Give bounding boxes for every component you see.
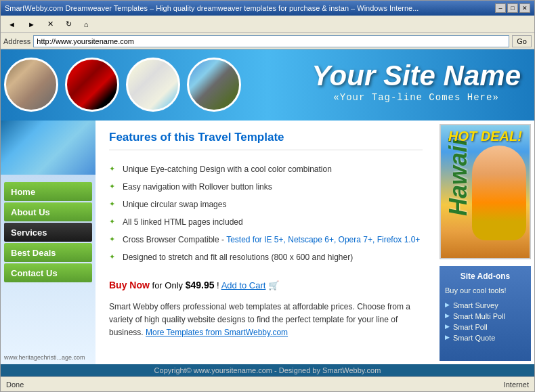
minimize-button[interactable]: – bbox=[495, 3, 506, 13]
buy-section: Buy Now for Only $49.95 ! Add to Cart 🛒 bbox=[109, 280, 423, 290]
addon-item-quote[interactable]: Smart Quote bbox=[445, 332, 526, 343]
stop-button[interactable]: ✕ bbox=[43, 18, 58, 30]
right-panel: HOT DEAL! Hawaii Site Add-ons Buy our co… bbox=[436, 121, 534, 364]
buy-for-text: for Only bbox=[152, 280, 186, 290]
main-layout: Home About Us Services Best Deals Contac… bbox=[1, 121, 534, 364]
list-item: Unique Eye-catching Design with a cool c… bbox=[109, 160, 423, 178]
hawaii-photo: Hawaii bbox=[441, 125, 530, 258]
sidebar-item-services[interactable]: Services bbox=[4, 223, 92, 242]
list-item: Easy navigation with Rollover button lin… bbox=[109, 178, 423, 196]
addon-item-survey[interactable]: Smart Survey bbox=[445, 300, 526, 311]
sidebar-photo bbox=[1, 121, 95, 175]
content-title: Features of this Travel Template bbox=[109, 131, 423, 150]
addons-subtitle: Buy our cool tools! bbox=[445, 286, 526, 295]
sidebar-item-home[interactable]: Home bbox=[4, 182, 92, 201]
addon-item-poll[interactable]: Smart Poll bbox=[445, 322, 526, 332]
tagline: «Your Tag-line Comes Here» bbox=[312, 92, 521, 103]
addon-item-multipoll[interactable]: Smart Multi Poll bbox=[445, 311, 526, 322]
sidebar-item-bestdeals[interactable]: Best Deals bbox=[4, 243, 92, 262]
browser-compat-link[interactable]: Tested for IE 5+, Netscape 6+, Opera 7+,… bbox=[226, 235, 420, 244]
features-list: Unique Eye-catching Design with a cool c… bbox=[109, 160, 423, 266]
addons-box: Site Add-ons Buy our cool tools! Smart S… bbox=[440, 266, 531, 361]
list-item: All 5 linked HTML pages included bbox=[109, 213, 423, 231]
site-header: Your Site Name «Your Tag-line Comes Here… bbox=[1, 49, 534, 121]
nav-menu: Home About Us Services Best Deals Contac… bbox=[1, 181, 95, 283]
refresh-button[interactable]: ↻ bbox=[61, 18, 77, 30]
list-item: Unique circular swap images bbox=[109, 196, 423, 213]
photo-guard bbox=[65, 58, 119, 112]
hot-deal-box: HOT DEAL! Hawaii bbox=[440, 124, 531, 259]
title-bar: SmartWebby.com Dreamweaver Templates – H… bbox=[1, 1, 534, 16]
main-content: Features of this Travel Template Unique … bbox=[95, 121, 436, 364]
header-photos bbox=[1, 49, 244, 121]
photo-mountain bbox=[187, 58, 241, 112]
go-button[interactable]: Go bbox=[512, 35, 532, 47]
hawaii-text: Hawaii bbox=[444, 139, 473, 216]
back-button[interactable]: ◄ bbox=[3, 18, 20, 30]
more-templates-link[interactable]: More Templates from SmartWebby.com bbox=[146, 328, 288, 337]
sidebar-bottom-text: www.heritagechristi...age.com bbox=[1, 351, 95, 364]
window-title: SmartWebby.com Dreamweaver Templates – H… bbox=[5, 4, 419, 12]
address-label: Address bbox=[3, 37, 30, 45]
add-to-cart-link[interactable]: Add to Cart bbox=[221, 280, 266, 290]
maximize-button[interactable]: □ bbox=[507, 3, 518, 13]
sidebar: Home About Us Services Best Deals Contac… bbox=[1, 121, 95, 364]
home-button[interactable]: ⌂ bbox=[79, 18, 93, 30]
status-zone: Internet bbox=[504, 380, 529, 389]
address-input[interactable] bbox=[33, 35, 509, 47]
photo-colosseum bbox=[4, 58, 58, 112]
sidebar-item-about[interactable]: About Us bbox=[4, 202, 92, 221]
close-button[interactable]: ✕ bbox=[519, 3, 530, 13]
status-text: Done bbox=[6, 380, 24, 389]
forward-button[interactable]: ► bbox=[23, 18, 40, 30]
list-item: Cross Browser Compatible - Tested for IE… bbox=[109, 231, 423, 248]
window-controls: – □ ✕ bbox=[495, 3, 530, 13]
page-content: Your Site Name «Your Tag-line Comes Here… bbox=[1, 49, 534, 376]
buy-now-label[interactable]: Buy Now bbox=[109, 280, 150, 290]
photo-tower bbox=[126, 58, 180, 112]
header-text: Your Site Name «Your Tag-line Comes Here… bbox=[312, 60, 521, 103]
browser-toolbar: ◄ ► ✕ ↻ ⌂ bbox=[1, 16, 534, 33]
description-text: Smart Webby offers professional web temp… bbox=[109, 301, 423, 340]
footer-text: Copyright© www.yoursitename.com - Design… bbox=[154, 366, 381, 374]
browser-window: SmartWebby.com Dreamweaver Templates – H… bbox=[0, 0, 535, 392]
hot-deal-label: HOT DEAL! bbox=[441, 129, 530, 144]
list-item: Designed to stretch and fit all resoluti… bbox=[109, 248, 423, 266]
sidebar-photo-image bbox=[1, 121, 95, 175]
exclaim: ! bbox=[217, 280, 219, 290]
sidebar-item-contact[interactable]: Contact Us bbox=[4, 263, 92, 282]
site-name: Your Site Name bbox=[312, 60, 521, 92]
address-bar: Address Go bbox=[1, 33, 534, 49]
footer-bar: Copyright© www.yoursitename.com - Design… bbox=[1, 364, 534, 376]
addons-title: Site Add-ons bbox=[445, 271, 526, 281]
price-text: $49.95 bbox=[186, 280, 215, 290]
status-bar: Done Internet bbox=[1, 376, 534, 391]
hawaii-figure bbox=[472, 146, 526, 240]
